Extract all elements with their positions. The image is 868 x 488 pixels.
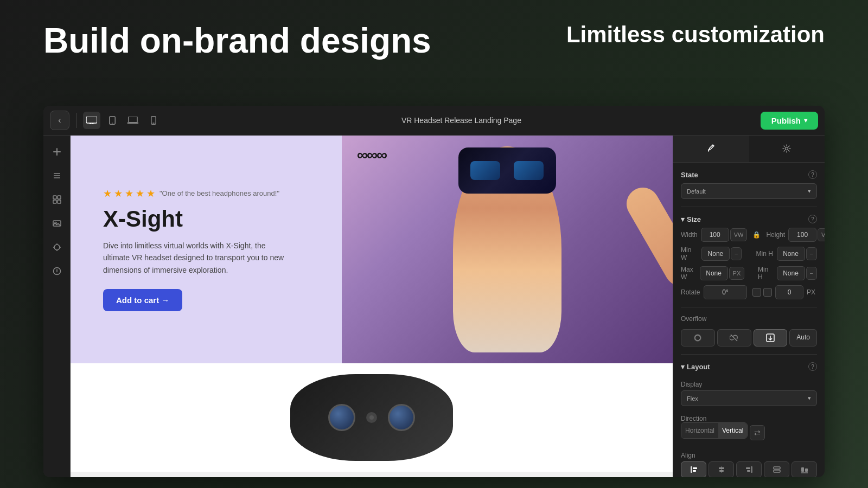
star5: ★	[146, 188, 155, 200]
rotate-num-input[interactable]	[775, 285, 803, 299]
horizontal-btn[interactable]: Horizontal	[681, 423, 718, 438]
rotate-px: PX	[807, 288, 815, 296]
svg-rect-0	[86, 117, 97, 123]
svg-rect-7	[127, 123, 138, 124]
controller-lens-left	[328, 404, 355, 431]
align-buttons	[681, 461, 817, 477]
panel-content: State ? Default ▾ ▾ Size	[673, 163, 825, 477]
laptop-view-icon[interactable]	[124, 112, 142, 129]
overflow-auto-btn[interactable]: Auto	[789, 329, 817, 346]
max-w-unit[interactable]: PX	[729, 267, 745, 280]
width-height-row: Width VW 🔒 Height VH	[681, 228, 817, 242]
right-panel: State ? Default ▾ ▾ Size	[673, 136, 825, 477]
min-h2-label: Min H	[758, 266, 774, 281]
settings-tab[interactable]	[749, 136, 825, 162]
hero-subtitle: Limitless customization	[566, 22, 825, 48]
vr-person	[342, 136, 673, 363]
components-icon[interactable]	[47, 190, 67, 209]
lock-icon[interactable]: 🔒	[750, 231, 763, 239]
desktop-view-icon[interactable]	[83, 112, 100, 129]
rotate-checkbox-1[interactable]	[752, 288, 761, 297]
min-wh-row: Min W − Min H −	[681, 246, 817, 261]
tablet-view-icon[interactable]	[104, 112, 121, 129]
align-center-btn[interactable]	[709, 461, 734, 477]
align-baseline-btn[interactable]	[792, 461, 817, 477]
align-label: Align	[681, 452, 817, 459]
canvas-second	[71, 363, 673, 472]
size-header: ▾ Size ?	[681, 215, 817, 223]
mobile-view-icon[interactable]	[145, 112, 162, 129]
warning-icon[interactable]	[47, 261, 67, 281]
display-dropdown[interactable]: Flex ▾	[681, 390, 817, 406]
rotate-input[interactable]	[704, 285, 747, 299]
direction-swap-btn[interactable]: ⇄	[750, 425, 765, 440]
svg-rect-16	[58, 200, 61, 203]
style-icon[interactable]	[47, 237, 67, 257]
width-unit[interactable]: VW	[730, 228, 748, 241]
max-w-input[interactable]	[700, 266, 728, 280]
rotate-checkbox-2[interactable]	[763, 288, 772, 297]
svg-rect-41	[774, 467, 780, 469]
min-h2-input[interactable]	[777, 266, 805, 280]
svg-rect-36	[719, 467, 724, 469]
layers-icon[interactable]	[47, 166, 67, 185]
svg-rect-37	[719, 470, 724, 472]
canvas-logo: ∞∞∞	[357, 146, 386, 164]
min-w-input[interactable]	[701, 247, 730, 261]
state-help-icon[interactable]: ?	[808, 170, 817, 179]
svg-point-29	[695, 335, 700, 341]
overflow-hidden-btn[interactable]	[717, 329, 751, 346]
canvas-area[interactable]: ∞∞∞ ★ ★ ★ ★ ★ "One of the best headphone…	[71, 136, 673, 477]
svg-rect-40	[747, 470, 750, 472]
style-tab[interactable]	[673, 136, 749, 162]
width-input[interactable]	[701, 228, 729, 242]
panel-tabs	[673, 136, 825, 163]
toolbar-divider	[76, 113, 76, 128]
editor-container: ‹ VR Headset Release Landing Page Publis…	[43, 106, 825, 477]
min-h-input[interactable]	[777, 247, 805, 261]
svg-rect-43	[801, 467, 804, 472]
add-icon[interactable]	[47, 142, 67, 162]
align-start-btn[interactable]	[681, 461, 706, 477]
editor-body: ∞∞∞ ★ ★ ★ ★ ★ "One of the best headphone…	[43, 136, 825, 477]
direction-buttons: Horizontal Vertical	[681, 422, 748, 439]
min-w-unit[interactable]: −	[731, 247, 742, 260]
page-title: VR Headset Release Landing Page	[167, 116, 756, 125]
state-dropdown[interactable]: Default ▾	[681, 183, 817, 199]
rotate-row: Rotate PX	[681, 285, 817, 299]
vertical-btn[interactable]: Vertical	[718, 423, 747, 438]
canvas-hero-image	[342, 136, 673, 363]
direction-container: Direction Horizontal Vertical ⇄	[681, 415, 817, 447]
media-icon[interactable]	[47, 214, 67, 233]
svg-rect-38	[751, 466, 752, 473]
svg-rect-15	[53, 200, 56, 203]
direction-label: Direction	[681, 415, 817, 422]
svg-rect-39	[746, 467, 750, 469]
min-h-unit[interactable]: −	[806, 247, 817, 260]
size-help-icon[interactable]: ?	[808, 215, 817, 223]
height-input[interactable]	[788, 228, 816, 242]
rotate-label: Rotate	[681, 288, 700, 296]
align-end-btn[interactable]	[736, 461, 762, 477]
size-chevron: ▾	[681, 215, 685, 223]
max-w-label: Max W	[681, 266, 697, 281]
max-w-input-group: PX	[700, 266, 745, 280]
min-h2-unit[interactable]: −	[806, 267, 817, 280]
height-unit[interactable]: VH	[818, 228, 825, 241]
overflow-visible-btn[interactable]	[681, 329, 715, 346]
layout-help-icon[interactable]: ?	[808, 362, 817, 371]
overflow-scroll-btn[interactable]	[754, 329, 788, 346]
min-h2-input-group: −	[777, 266, 817, 280]
toolbar: ‹ VR Headset Release Landing Page Publis…	[43, 106, 825, 136]
align-stretch-btn[interactable]	[764, 461, 789, 477]
state-section: State ? Default ▾	[681, 170, 817, 199]
back-button[interactable]: ‹	[50, 111, 69, 130]
svg-point-5	[112, 123, 113, 124]
min-h-input-group: −	[777, 247, 817, 261]
publish-button[interactable]: Publish	[761, 112, 818, 130]
svg-point-28	[786, 147, 788, 150]
svg-rect-13	[53, 196, 56, 199]
add-to-cart-button[interactable]: Add to cart →	[103, 289, 182, 311]
divider-3	[681, 354, 817, 355]
product-title: X-Sight	[103, 206, 288, 232]
